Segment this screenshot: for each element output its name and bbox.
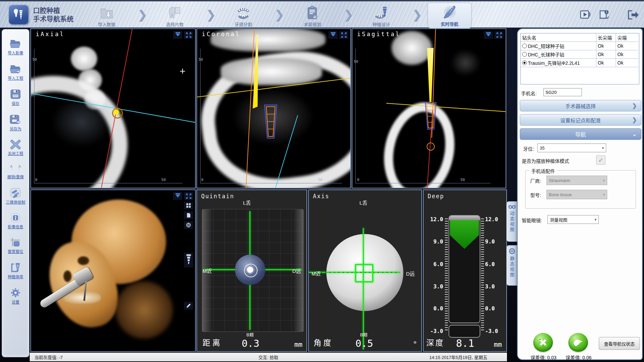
viewport-coronal[interactable]: iCoronal 50 0 — [196, 28, 351, 188]
tooth-implant-icon — [12, 8, 25, 21]
axis-unit: ° — [413, 340, 417, 348]
floppy-disk-icon — [10, 89, 21, 100]
sidebar-item-import-image[interactable]: 导入影像 — [8, 38, 23, 55]
model-label: 型号: — [530, 191, 541, 198]
tab-dynamic-view[interactable]: 动态视图 — [506, 201, 517, 242]
ruler-label: 0 — [35, 178, 37, 182]
exit-button[interactable] — [626, 9, 639, 21]
table-row-selected[interactable]: Trausim_先锋钻Φ2.2L41 Ok Ok — [521, 59, 639, 67]
radio-unselected-icon[interactable] — [522, 52, 527, 57]
status-interaction-mode: 交互: 拾取 — [258, 354, 278, 360]
tab-label: 动态视图 — [509, 211, 515, 233]
sidebar-item-label: 导入工程 — [8, 75, 23, 81]
quintain-title: Quintain — [201, 193, 234, 200]
dropdown-icon — [176, 195, 180, 198]
viewport-fullscreen-button[interactable] — [494, 31, 504, 39]
step-realtime-navigation[interactable]: 实时导航 — [428, 3, 472, 28]
implant-icon — [186, 254, 191, 266]
step-implant-design[interactable]: 种植设计 — [359, 3, 403, 28]
panel-deep[interactable]: Deep 12.0 9.0 6.0 3.0 0.0 -3.0 12.0 9.0 … — [423, 189, 507, 352]
axis-target-square — [355, 264, 373, 282]
vendor-select[interactable]: Straumann ▾ — [546, 176, 607, 185]
report-info-button[interactable]: i — [598, 9, 611, 21]
sidebar-item-undo-redo[interactable]: 撤销/重做 — [7, 164, 24, 179]
axial-plus-marker-icon[interactable]: + — [180, 67, 186, 76]
sidebar-item-implant-library[interactable]: 种植体库 — [8, 262, 23, 279]
ruler-label: 50 — [354, 59, 358, 64]
sidebar-item-save[interactable]: 保存 — [10, 89, 21, 106]
viewport-sagittal[interactable]: iSagittal 50 0 — [352, 28, 506, 188]
sidebar-item-import-project[interactable]: 导入工程 — [8, 63, 23, 81]
smart-glasses-select[interactable]: 测量视图 ▾ — [547, 215, 599, 224]
step-preop-planning[interactable]: 术前规划 — [291, 3, 334, 28]
viewport-fullscreen-button[interactable] — [339, 31, 348, 39]
navigation-section-button[interactable]: 导航 ⌄ — [520, 128, 641, 140]
drill-long-tip-status: Ok — [596, 50, 616, 59]
tab-static-view[interactable]: 静态视图 — [506, 245, 517, 286]
step-label: 选择片数 — [166, 21, 184, 27]
model-select[interactable]: Bone tissue ▾ — [546, 190, 607, 199]
layout-grid-button[interactable] — [184, 202, 193, 209]
chevron-right-icon: ❯ — [632, 102, 637, 109]
viewport-menu-button[interactable] — [173, 31, 182, 39]
step-label: 牙颌分割 — [235, 21, 252, 27]
annotate-button[interactable] — [184, 302, 193, 310]
viewport-menu-button[interactable] — [173, 192, 182, 200]
viewport-3d[interactable] — [30, 189, 196, 352]
pause-circle-icon — [509, 248, 515, 254]
orientation-button[interactable] — [184, 221, 193, 229]
sidebar-item-window-level[interactable]: 窗宽窗位 — [8, 237, 23, 254]
handpiece-name-input[interactable] — [543, 88, 582, 96]
left-sidebar: 导入影像 导入工程 保存 — [2, 29, 29, 357]
smart-glasses-value: 测量视图 — [550, 216, 567, 223]
show-implant-button[interactable] — [184, 253, 193, 267]
marker-registration-button[interactable]: 设置标记点和配准 ❯ — [520, 114, 641, 126]
sidebar-item-volume-render[interactable]: 三维体绘制 — [6, 187, 25, 205]
drill-table[interactable]: 钻头名 长尖端 尖端 DHC_短球种子钻 Ok Ok DHC_长球种子钻 Ok … — [520, 33, 639, 84]
radio-selected-icon[interactable] — [522, 60, 527, 65]
deep-ticks-left — [445, 218, 448, 331]
step-jaw-segmentation[interactable]: 牙颌分割 — [221, 3, 265, 28]
viewport-axial-title: iAxial — [36, 31, 64, 37]
viewport-axial[interactable]: iAxial + 50 0 50 — [30, 28, 196, 188]
smart-glasses-label: 智能眼镜: — [522, 217, 542, 224]
step-select-slices[interactable]: 选择片数 — [153, 3, 197, 28]
glasses-icon — [509, 204, 515, 209]
quintain-value: 0.3 — [242, 338, 259, 349]
table-row[interactable]: DHC_长球种子钻 Ok Ok — [521, 50, 639, 59]
drill-handpiece-icon — [441, 4, 458, 20]
tooth-position-select[interactable]: 35 ▾ — [537, 144, 606, 152]
placement-mode-checkbox[interactable]: ✓ — [596, 155, 606, 165]
step-label: 实时导航 — [441, 21, 458, 27]
deep-scale-label: 6.0 — [428, 261, 443, 267]
step-import-data[interactable]: 导入数据 — [85, 3, 129, 28]
sidebar-item-close-project[interactable]: 关闭工程 — [8, 139, 23, 156]
sidebar-item-label: 保存 — [12, 101, 20, 106]
radio-unselected-icon[interactable] — [522, 44, 527, 48]
drill-tip-status: Ok — [616, 59, 638, 67]
sidebar-item-label: 撤销/重做 — [7, 174, 24, 179]
table-row[interactable]: DHC_短球种子钻 Ok Ok — [521, 42, 639, 50]
navigator-status-button[interactable]: 查看导航仪状态 — [599, 337, 640, 350]
sidebar-item-image-info[interactable]: 影像信息 — [8, 213, 23, 229]
instrument-select-button[interactable]: 手术器械选择 ❯ — [520, 100, 641, 111]
viewport-menu-button[interactable] — [328, 31, 338, 39]
deep-scale-label: 0.0 — [428, 305, 443, 312]
viewport-fullscreen-button[interactable] — [184, 31, 193, 39]
panel-axis[interactable]: Axis L舌 M近 D远 角度 B颊 0.5 ° — [308, 189, 422, 352]
video-record-button[interactable] — [579, 9, 592, 21]
sidebar-item-settings[interactable]: 设置 — [10, 287, 21, 305]
error-value-2: 误差值: 0.06 — [560, 354, 597, 361]
window-level-icon — [10, 237, 21, 248]
chevron-separator-icon: ❯ — [138, 8, 147, 22]
copy-view-button[interactable] — [184, 211, 193, 219]
expand-icon — [186, 32, 191, 38]
panel-quintain[interactable]: Quintain L舌 M近 D远 距离 B颊 0.3 mm — [196, 189, 307, 352]
model-value: Bone tissue — [549, 192, 572, 197]
tab-label: 静态视图 — [509, 256, 515, 278]
viewport-menu-button[interactable] — [484, 31, 493, 39]
deep-ticks-right — [481, 218, 484, 331]
viewport-fullscreen-button[interactable] — [184, 192, 193, 200]
sidebar-item-save-as[interactable]: 另存为 — [9, 114, 22, 131]
status-datetime: 14:15 2017年5月19日, 星期五 — [429, 354, 487, 360]
